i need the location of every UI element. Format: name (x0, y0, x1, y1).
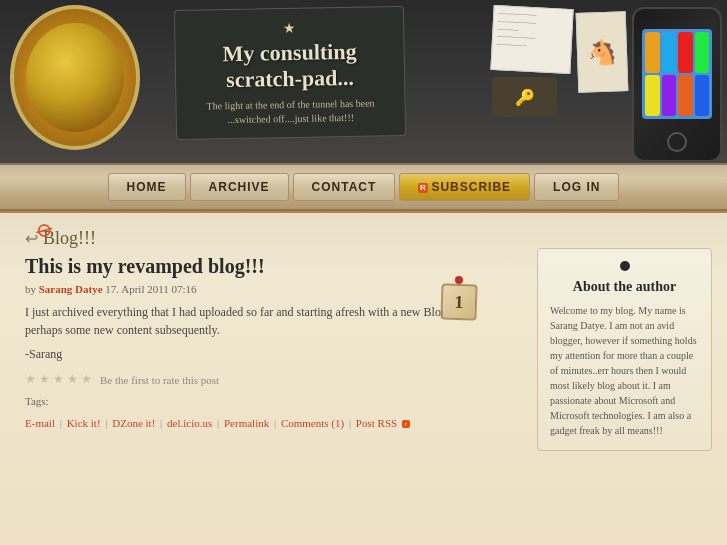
link-permalink[interactable]: Permalink (224, 417, 269, 429)
post-meta: by Sarang Datye 17. April 2011 07:16 (25, 283, 507, 295)
star-icon: ★ (283, 20, 296, 37)
rating-text: Be the first to rate this post (100, 374, 219, 386)
nav-subscribe[interactable]: rSUBSCRIBE (399, 173, 530, 201)
author-title: About the author (550, 279, 699, 295)
tags-label: Tags: (25, 395, 49, 407)
pin-decoration (455, 276, 463, 284)
nav-archive[interactable]: ARCHIVE (190, 173, 289, 201)
link-kickit[interactable]: Kick it! (67, 417, 101, 429)
post-date: 17. April 2011 07:16 (105, 283, 196, 295)
sidebar: About the author Welcome to my blog. My … (527, 213, 727, 545)
page-wrapper: ★ My consultingscratch-pad... The light … (0, 0, 727, 545)
link-dzone[interactable]: DZone it! (112, 417, 155, 429)
nav-contact[interactable]: CONTACT (293, 173, 396, 201)
blog-label-area: ↩ Blog!!! (25, 228, 507, 249)
navigation: HOME ARCHIVE CONTACT rSUBSCRIBE LOG IN (0, 163, 727, 211)
blog-subtitle: The light at the end of the tunnel has b… (206, 97, 374, 128)
post-rating: ★ ★ ★ ★ ★ Be the first to rate this post (25, 372, 507, 387)
post-title: This is my revamped blog!!! (25, 254, 507, 278)
post-body: I just archived everything that I had up… (25, 303, 507, 339)
nav-login[interactable]: LOG IN (534, 173, 619, 201)
link-rss[interactable]: Post RSS (356, 417, 397, 429)
blog-section: ↩ Blog!!! 1 This is my revamped blog!!! … (0, 213, 527, 545)
coffee-decoration (10, 5, 140, 150)
blog-title: My consultingscratch-pad... (222, 38, 357, 93)
phone-screen (642, 29, 712, 119)
post-rss-icon: r (402, 420, 410, 428)
author-dot (620, 261, 630, 271)
post-author[interactable]: Sarang Datye (39, 283, 103, 295)
rating-stars: ★ ★ ★ ★ ★ (25, 372, 92, 387)
meta-by: by (25, 283, 36, 295)
blog-title-card: ★ My consultingscratch-pad... The light … (174, 6, 406, 140)
main-content: ↩ Blog!!! 1 This is my revamped blog!!! … (0, 213, 727, 545)
link-comments[interactable]: Comments (1) (281, 417, 344, 429)
header-decorations: ─────────────────────────────────────── … (492, 2, 722, 167)
link-delicious[interactable]: del.icio.us (167, 417, 212, 429)
author-text: Welcome to my blog. My name is Sarang Da… (550, 303, 699, 438)
header: ★ My consultingscratch-pad... The light … (0, 0, 727, 170)
post-signature: -Sarang (25, 347, 507, 362)
number-badge: 1 (440, 283, 477, 320)
nav-home[interactable]: HOME (108, 173, 186, 201)
post-links: E-mail | Kick it! | DZone it! | del.icio… (25, 415, 507, 433)
phone-decoration (632, 7, 722, 162)
rss-icon: r (418, 183, 428, 193)
post-tags: Tags: (25, 395, 507, 407)
link-email[interactable]: E-mail (25, 417, 55, 429)
author-box: About the author Welcome to my blog. My … (537, 248, 712, 451)
